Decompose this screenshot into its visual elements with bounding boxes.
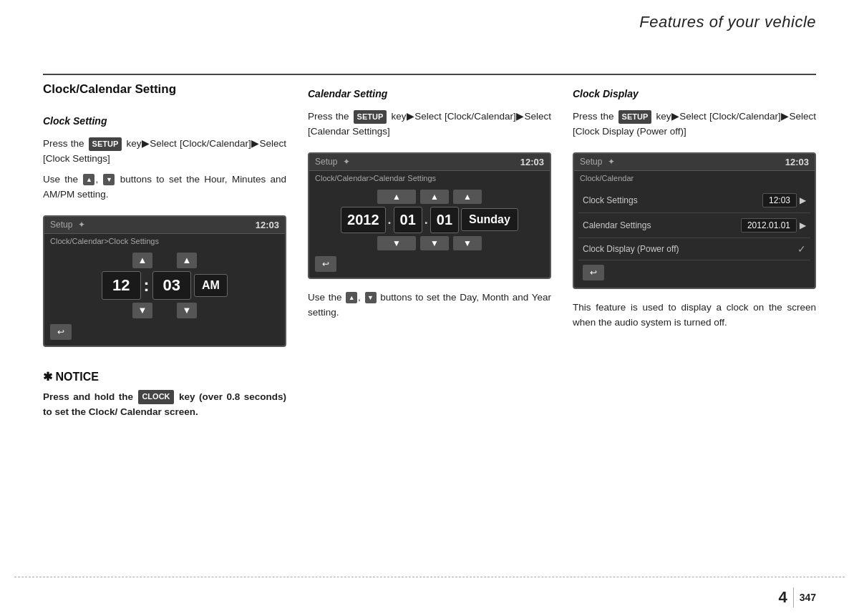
screen-header-1: Setup ✦ 12:03 xyxy=(44,217,285,234)
calendar-setting-text2: Use the ▲, ▼ buttons to set the Day, Mon… xyxy=(308,290,551,321)
calendar-setting-text1: Press the SETUP key▶Select [Clock/Calend… xyxy=(308,109,551,140)
up-min-btn[interactable]: ▲ xyxy=(177,253,197,268)
menu-value-1: 12:03 ▶ xyxy=(762,193,806,207)
ampm-box: AM xyxy=(194,274,228,297)
screen-icon-2: ✦ xyxy=(343,157,350,167)
up-month-btn[interactable]: ▲ xyxy=(420,190,449,204)
day-box: 01 xyxy=(430,207,459,233)
clock-display-screen-mockup: Setup ✦ 12:03 Clock/Calendar Clock Setti… xyxy=(573,152,816,289)
menu-back-row: ↩ xyxy=(578,260,810,282)
screen-header-2: Setup ✦ 12:03 xyxy=(309,154,550,171)
text-press-3: Press the xyxy=(573,111,613,122)
clock-screen-body-1: ▲ ▲ 12 : 03 AM ▼ ▼ ↩ xyxy=(44,248,285,346)
menu-row-2: Calendar Settings 2012.01.01 ▶ xyxy=(578,213,810,238)
menu-label-3: Clock Display (Power off) xyxy=(583,244,679,254)
hour-box: 12 xyxy=(102,271,140,300)
screen-header-3: Setup ✦ 12:03 xyxy=(574,154,815,171)
cal-up-row: ▲ ▲ ▲ xyxy=(377,190,482,204)
clock-display-menu: Clock Settings 12:03 ▶ Calendar Settings… xyxy=(574,185,815,288)
menu-value-text-2: 2012.01.01 xyxy=(741,218,797,233)
up-arrow-btn-2: ▲ xyxy=(346,292,357,303)
screen-breadcrumb-1: Clock/Calendar>Clock Settings xyxy=(44,234,285,248)
cal-down-row: ▼ ▼ ▼ xyxy=(377,236,482,250)
down-day-btn[interactable]: ▼ xyxy=(453,236,482,250)
notice-text: Press and hold the CLOCK key (over 0.8 s… xyxy=(43,389,286,420)
back-btn-1[interactable]: ↩ xyxy=(50,324,72,340)
menu-label-1: Clock Settings xyxy=(583,195,638,205)
setup-badge-1: SETUP xyxy=(89,137,122,151)
footer-dashed-line xyxy=(14,577,845,577)
text-select3: Select [Clock/Calendar] xyxy=(414,111,515,122)
time-display-1: 12 : 03 AM xyxy=(102,271,228,300)
up-year-btn[interactable]: ▲ xyxy=(377,190,416,204)
clock-setting-subtitle: Clock Setting xyxy=(43,115,286,127)
text-use-2: Use the xyxy=(308,292,345,303)
col2: Calendar Setting Press the SETUP key▶Sel… xyxy=(308,82,551,573)
arrow-5: ▶ xyxy=(671,111,679,122)
menu-value-2: 2012.01.01 ▶ xyxy=(741,218,806,233)
setup-badge-2: SETUP xyxy=(354,110,387,124)
year-box: 2012 xyxy=(341,207,386,233)
menu-label-2: Calendar Settings xyxy=(583,220,651,230)
time-colon: : xyxy=(144,275,150,295)
back-row-1: ↩ xyxy=(50,321,279,340)
clock-badge: CLOCK xyxy=(138,390,173,404)
footer: 4 347 xyxy=(0,577,859,616)
header-line xyxy=(43,74,816,75)
date-display: 2012 . 01 . 01 Sunday xyxy=(341,207,518,233)
setup-label-1: Setup xyxy=(50,220,72,230)
arrow-3: ▶ xyxy=(406,111,414,122)
screen-time-2: 12:03 xyxy=(520,157,544,167)
menu-row-3: Clock Display (Power off) ✓ xyxy=(578,238,810,260)
clock-display-subtitle: Clock Display xyxy=(573,88,816,99)
text-use: Use the xyxy=(43,174,82,185)
screen-header-left-1: Setup ✦ xyxy=(50,220,85,230)
up-day-btn[interactable]: ▲ xyxy=(453,190,482,204)
main-title: Clock/Calendar Setting xyxy=(43,82,286,97)
arrow-6: ▶ xyxy=(781,111,790,122)
col1: Clock/Calendar Setting Clock Setting Pre… xyxy=(43,82,286,573)
text-select5: Select [Clock/Calendar] xyxy=(679,111,780,122)
screen-time-3: 12:03 xyxy=(785,157,809,167)
notice-title: ✱ NOTICE xyxy=(43,370,286,383)
text-key-3: key xyxy=(656,111,671,122)
down-min-btn[interactable]: ▼ xyxy=(177,303,197,318)
footer-page: 4 347 xyxy=(778,587,816,607)
notice-box: ✱ NOTICE Press and hold the CLOCK key (o… xyxy=(43,370,286,420)
down-year-btn[interactable]: ▼ xyxy=(377,236,416,250)
page-number: 4 xyxy=(778,588,787,607)
dot2: . xyxy=(424,212,428,228)
cal-back-btn[interactable]: ↩ xyxy=(315,256,336,272)
down-arrow-btn: ▼ xyxy=(103,174,115,185)
text-select1: Select [Clock/Calendar] xyxy=(150,138,251,149)
cal-back-row: ↩ xyxy=(315,253,544,272)
clock-setting-text2: Use the ▲, ▼ buttons to set the Hour, Mi… xyxy=(43,172,286,202)
setup-badge-3: SETUP xyxy=(618,110,652,124)
notice-press: Press and hold the xyxy=(43,391,133,402)
menu-back-btn[interactable]: ↩ xyxy=(583,265,604,280)
clock-screen-mockup: Setup ✦ 12:03 Clock/Calendar>Clock Setti… xyxy=(43,215,286,347)
arrow-4: ▶ xyxy=(516,111,525,122)
dot1: . xyxy=(388,212,392,228)
content-area: Clock/Calendar Setting Clock Setting Pre… xyxy=(43,82,816,573)
page-sub: 347 xyxy=(800,592,816,603)
down-hour-btn[interactable]: ▼ xyxy=(132,303,152,318)
menu-row-1: Clock Settings 12:03 ▶ xyxy=(578,188,810,213)
down-month-btn[interactable]: ▼ xyxy=(420,236,449,250)
screen-header-left-2: Setup ✦ xyxy=(315,157,350,167)
text-press-2: Press the xyxy=(308,111,349,122)
screen-icon-3: ✦ xyxy=(608,157,615,167)
clock-display-text2: This feature is used to display a clock … xyxy=(573,300,816,331)
down-arrow-btn-2: ▼ xyxy=(365,292,377,303)
calendar-screen-mockup: Setup ✦ 12:03 Clock/Calendar>Calendar Se… xyxy=(308,152,551,279)
screen-breadcrumb-2: Clock/Calendar>Calendar Settings xyxy=(309,171,550,185)
up-hour-btn[interactable]: ▲ xyxy=(132,253,152,268)
text-key: key xyxy=(126,138,141,149)
setup-label-2: Setup xyxy=(315,157,337,167)
min-box: 03 xyxy=(152,271,191,300)
col3: Clock Display Press the SETUP key▶Select… xyxy=(573,82,816,573)
calendar-setting-subtitle: Calendar Setting xyxy=(308,88,551,99)
menu-arrow-2: ▶ xyxy=(800,220,806,230)
header: Features of your vehicle xyxy=(0,0,859,75)
menu-value-3: ✓ xyxy=(797,243,806,255)
